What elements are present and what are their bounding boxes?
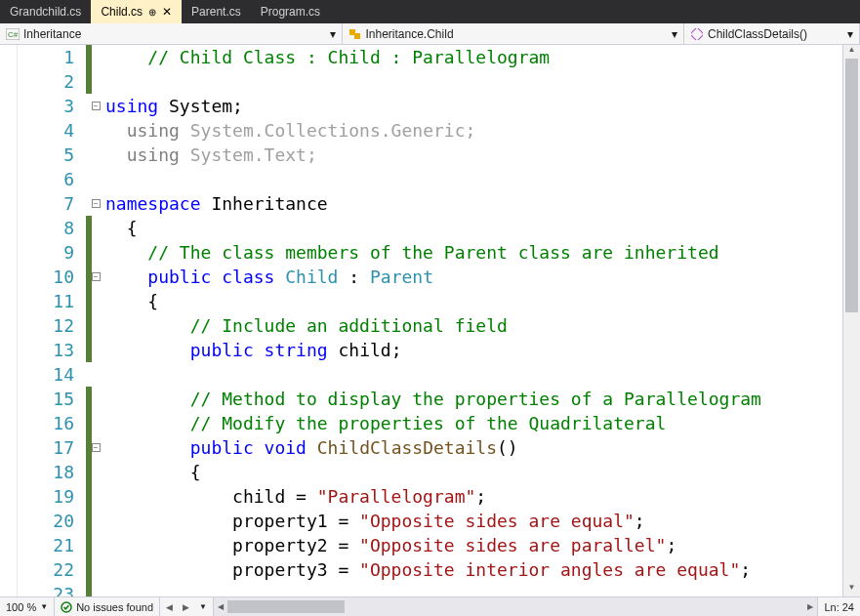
chevron-down-icon: ▾	[847, 27, 853, 41]
code-line[interactable]: public void ChildClassDetails()	[105, 435, 842, 460]
chevron-down-icon: ▾	[672, 27, 677, 41]
nav-back-forward[interactable]: ◀ ▶ ▼	[160, 597, 213, 616]
code-line[interactable]	[105, 167, 842, 191]
svg-rect-3	[354, 33, 360, 39]
zoom-label: 100 %	[6, 601, 36, 613]
ln-label: Ln: 24	[824, 601, 854, 613]
code-line[interactable]: child = "Parallelogram";	[105, 484, 842, 509]
outline-cell[interactable]	[86, 362, 105, 387]
collapse-toggle-icon[interactable]: −	[92, 272, 101, 281]
dirty-icon: ⊕	[148, 7, 156, 18]
zoom-level[interactable]: 100 % ▼	[0, 597, 54, 616]
chevron-down-icon: ▼	[199, 602, 207, 611]
line-number: 23	[18, 582, 74, 596]
line-number: 14	[18, 362, 74, 387]
close-icon[interactable]: ✕	[162, 6, 172, 18]
change-indicator	[86, 387, 92, 596]
line-number: 17	[18, 435, 74, 460]
scroll-right-arrow-icon[interactable]: ▶	[803, 602, 817, 611]
code-line[interactable]: // The class members of the Parent class…	[105, 240, 842, 265]
chevron-down-icon: ▼	[40, 602, 48, 611]
outline-cell[interactable]	[86, 118, 105, 143]
code-editor[interactable]: 1234567891011121314151617181920212223 −−…	[0, 45, 860, 596]
scroll-thumb[interactable]	[845, 59, 858, 312]
method-icon	[690, 27, 704, 41]
line-number: 18	[18, 460, 74, 484]
csharp-project-icon: C#	[6, 27, 20, 41]
check-ok-icon	[61, 601, 72, 613]
nav-left-icon[interactable]: ◀	[166, 602, 173, 612]
code-line[interactable]: public class Child : Parent	[105, 265, 842, 289]
status-bar: 100 % ▼ No issues found ◀ ▶ ▼ ◀ ▶ Ln: 24	[0, 596, 860, 616]
line-number: 10	[18, 265, 74, 289]
class-icon	[348, 27, 362, 41]
issues-indicator[interactable]: No issues found	[55, 597, 159, 616]
scroll-down-arrow-icon[interactable]: ▼	[843, 583, 860, 596]
line-number: 19	[18, 484, 74, 509]
horizontal-scrollbar[interactable]: ◀ ▶	[214, 597, 817, 616]
outline-cell[interactable]	[86, 167, 105, 191]
change-indicator	[86, 45, 92, 94]
code-line[interactable]	[105, 582, 842, 596]
nav-member-label: ChildClassDetails()	[708, 27, 807, 41]
line-number: 16	[18, 411, 74, 435]
code-line[interactable]: property3 = "Opposite interior angles ar…	[105, 557, 842, 582]
code-line[interactable]: namespace Inheritance	[105, 191, 842, 216]
outline-cell[interactable]: −	[86, 191, 105, 216]
vertical-scrollbar[interactable]: ▲ ▼	[842, 45, 860, 596]
code-line[interactable]: using System.Collections.Generic;	[105, 118, 842, 143]
line-number: 12	[18, 313, 74, 338]
tab-child[interactable]: Child.cs ⊕ ✕	[91, 0, 182, 23]
collapse-toggle-icon[interactable]: −	[92, 199, 101, 208]
svg-text:C#: C#	[8, 30, 19, 39]
hscroll-thumb[interactable]	[227, 600, 345, 613]
collapse-toggle-icon[interactable]: −	[92, 102, 101, 110]
nav-project-dropdown[interactable]: C# Inheritance ▾	[0, 23, 343, 44]
line-number: 8	[18, 216, 74, 240]
nav-class-dropdown[interactable]: Inheritance.Child ▾	[343, 23, 685, 44]
code-text-area[interactable]: // Child Class : Child : Parallelogramus…	[105, 45, 842, 596]
nav-bar: C# Inheritance ▾ Inheritance.Child ▾ Chi…	[0, 23, 860, 45]
breakpoint-margin[interactable]	[0, 45, 18, 596]
svg-rect-4	[691, 28, 703, 40]
code-line[interactable]: {	[105, 460, 842, 484]
code-line[interactable]: property1 = "Opposite sides are equal";	[105, 509, 842, 533]
collapse-toggle-icon[interactable]: −	[92, 443, 101, 452]
line-number: 5	[18, 143, 74, 167]
nav-project-label: Inheritance	[23, 27, 81, 41]
code-line[interactable]: using System;	[105, 94, 842, 118]
line-number: 22	[18, 557, 74, 582]
line-number: 4	[18, 118, 74, 143]
code-line[interactable]: // Modify the properties of the Quadrila…	[105, 411, 842, 435]
code-line[interactable]: {	[105, 289, 842, 313]
outline-cell[interactable]: −	[86, 94, 105, 118]
code-line[interactable]: public string child;	[105, 338, 842, 362]
line-number: 21	[18, 533, 74, 557]
code-line[interactable]: property2 = "Opposite sides are parallel…	[105, 533, 842, 557]
code-line[interactable]	[105, 69, 842, 94]
code-line[interactable]	[105, 362, 842, 387]
code-line[interactable]: using System.Text;	[105, 143, 842, 167]
line-number: 15	[18, 387, 74, 411]
tab-program[interactable]: Program.cs	[251, 0, 330, 23]
tab-grandchild[interactable]: Grandchild.cs	[0, 0, 91, 23]
scroll-up-arrow-icon[interactable]: ▲	[843, 45, 860, 59]
code-line[interactable]: // Include an additional field	[105, 313, 842, 338]
nav-member-dropdown[interactable]: ChildClassDetails() ▾	[684, 23, 860, 44]
code-line[interactable]: // Child Class : Child : Parallelogram	[105, 45, 842, 69]
tab-parent[interactable]: Parent.cs	[182, 0, 251, 23]
chevron-down-icon: ▾	[330, 27, 336, 41]
line-number: 1	[18, 45, 74, 69]
tab-bar: Grandchild.cs Child.cs ⊕ ✕ Parent.cs Pro…	[0, 0, 860, 23]
outline-margin[interactable]: −−−−	[86, 45, 105, 596]
line-number: 11	[18, 289, 74, 313]
code-line[interactable]: // Method to display the properties of a…	[105, 387, 842, 411]
code-line[interactable]: {	[105, 216, 842, 240]
outline-cell[interactable]	[86, 143, 105, 167]
cursor-position[interactable]: Ln: 24	[818, 597, 860, 616]
line-number: 7	[18, 191, 74, 216]
scroll-left-arrow-icon[interactable]: ◀	[214, 602, 227, 611]
line-number: 6	[18, 167, 74, 191]
issues-label: No issues found	[76, 601, 153, 613]
nav-right-icon[interactable]: ▶	[183, 602, 189, 612]
